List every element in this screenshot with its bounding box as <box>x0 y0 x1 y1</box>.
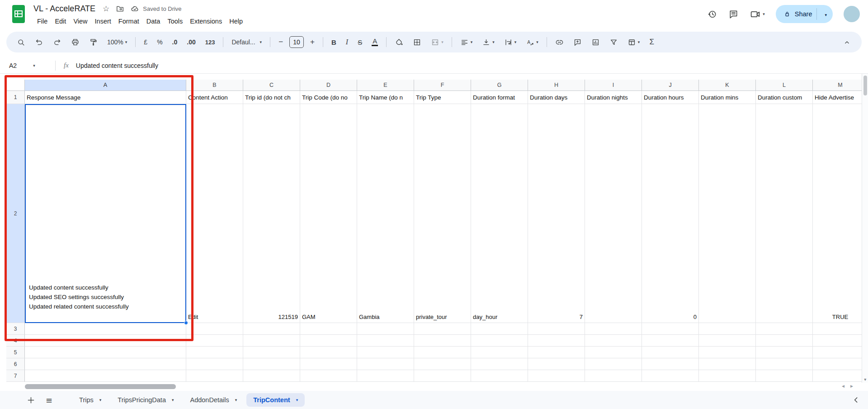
cell-C4[interactable] <box>243 335 300 347</box>
insert-link-button[interactable] <box>551 35 568 49</box>
cell-B4[interactable] <box>186 335 243 347</box>
star-icon[interactable]: ☆ <box>103 4 109 13</box>
cell-M2[interactable]: TRUE <box>813 104 868 323</box>
cell-B5[interactable] <box>186 347 243 358</box>
chevron-down-icon[interactable]: ▾ <box>763 12 765 16</box>
share-options-caret[interactable]: ▾ <box>817 10 833 18</box>
cell-I2[interactable] <box>585 104 642 323</box>
header-cell-I1[interactable]: Duration nights <box>585 91 642 104</box>
cell-M6[interactable] <box>813 358 868 370</box>
font-size-decrease-button[interactable]: − <box>274 35 287 49</box>
cell-L3[interactable] <box>756 323 813 335</box>
cell-J3[interactable] <box>642 323 699 335</box>
row-number-5[interactable]: 5 <box>6 347 25 358</box>
chevron-left-icon[interactable] <box>852 395 861 404</box>
menu-extensions[interactable]: Extensions <box>186 16 226 26</box>
row-number-2[interactable]: 2 <box>6 104 25 323</box>
cell-G6[interactable] <box>471 358 528 370</box>
menu-file[interactable]: File <box>33 16 51 26</box>
header-cell-A1[interactable]: Response Message <box>25 91 186 104</box>
cell-M7[interactable] <box>813 370 868 382</box>
cell-H4[interactable] <box>528 335 585 347</box>
saved-status[interactable]: Saved to Drive <box>143 5 181 12</box>
cell-F2[interactable]: private_tour <box>414 104 471 323</box>
cell-A6[interactable] <box>25 358 186 370</box>
header-cell-M1[interactable]: Hide Advertise <box>813 91 868 104</box>
move-folder-icon[interactable] <box>116 5 124 13</box>
italic-button[interactable]: I <box>342 35 352 49</box>
meet-camera-icon[interactable]: ▾ <box>750 9 765 20</box>
cell-D6[interactable] <box>300 358 357 370</box>
header-cell-F1[interactable]: Trip Type <box>414 91 471 104</box>
more-formats-button[interactable]: 123 <box>201 35 219 49</box>
font-select[interactable]: Defaul...▾ <box>227 35 266 49</box>
menu-format[interactable]: Format <box>115 16 143 26</box>
cell-G2[interactable]: day_hour <box>471 104 528 323</box>
cell-E5[interactable] <box>357 347 414 358</box>
sheet-tab-trips[interactable]: Trips▾ <box>72 393 108 407</box>
cell-M5[interactable] <box>813 347 868 358</box>
cell-L5[interactable] <box>756 347 813 358</box>
cell-E2[interactable]: Gambia <box>357 104 414 323</box>
hide-toolbar-button[interactable] <box>839 35 855 49</box>
cell-C2[interactable]: 121519 <box>243 104 300 323</box>
text-wrap-button[interactable]: ▾ <box>500 35 521 49</box>
row-number-3[interactable]: 3 <box>6 323 25 335</box>
cell-M3[interactable] <box>813 323 868 335</box>
cell-L7[interactable] <box>756 370 813 382</box>
print-button[interactable] <box>67 35 84 49</box>
cell-K4[interactable] <box>699 335 756 347</box>
cell-B7[interactable] <box>186 370 243 382</box>
cell-B6[interactable] <box>186 358 243 370</box>
header-cell-C1[interactable]: Trip id (do not ch <box>243 91 300 104</box>
column-header-K[interactable]: K <box>699 80 756 91</box>
cell-I4[interactable] <box>585 335 642 347</box>
chevron-down-icon[interactable]: ▾ <box>296 398 298 402</box>
cell-K6[interactable] <box>699 358 756 370</box>
merge-cells-button[interactable]: ▾ <box>427 35 448 49</box>
cell-F3[interactable] <box>414 323 471 335</box>
column-header-G[interactable]: G <box>471 80 528 91</box>
paint-format-button[interactable] <box>85 35 102 49</box>
header-cell-E1[interactable]: Trip Name (do n <box>357 91 414 104</box>
column-header-E[interactable]: E <box>357 80 414 91</box>
format-percent-button[interactable]: % <box>153 35 166 49</box>
header-cell-G1[interactable]: Duration format <box>471 91 528 104</box>
cell-G7[interactable] <box>471 370 528 382</box>
avatar[interactable] <box>844 6 860 22</box>
sheet-tab-tripspricingdata[interactable]: TripsPricingData▾ <box>111 393 180 407</box>
decrease-decimal-button[interactable]: .0 <box>168 35 182 49</box>
insert-chart-button[interactable] <box>587 35 604 49</box>
cell-A4[interactable] <box>25 335 186 347</box>
redo-button[interactable] <box>49 35 66 49</box>
header-cell-L1[interactable]: Duration custom <box>756 91 813 104</box>
chevron-down-icon[interactable]: ▾ <box>172 398 174 402</box>
fill-color-button[interactable] <box>391 35 407 49</box>
version-history-icon[interactable] <box>707 9 717 19</box>
vertical-scrollbar-thumb[interactable] <box>863 76 867 95</box>
text-color-button[interactable]: A <box>368 35 382 49</box>
cell-I7[interactable] <box>585 370 642 382</box>
functions-button[interactable]: Σ <box>645 35 658 49</box>
chevron-down-icon[interactable]: ▾ <box>235 398 237 402</box>
row-number-6[interactable]: 6 <box>6 358 25 370</box>
cell-D7[interactable] <box>300 370 357 382</box>
strikethrough-button[interactable]: S <box>354 35 366 49</box>
header-cell-J1[interactable]: Duration hours <box>642 91 699 104</box>
all-sheets-icon[interactable]: ≡ <box>46 395 52 405</box>
sheets-logo-icon[interactable] <box>12 5 25 25</box>
format-currency-button[interactable]: £ <box>140 35 151 49</box>
menu-edit[interactable]: Edit <box>51 16 70 26</box>
document-title[interactable]: VL - AcceleRATE <box>33 4 95 14</box>
cell-I6[interactable] <box>585 358 642 370</box>
header-cell-K1[interactable]: Duration mins <box>699 91 756 104</box>
menu-insert[interactable]: Insert <box>91 16 115 26</box>
menu-help[interactable]: Help <box>226 16 246 26</box>
cell-J2[interactable]: 0 <box>642 104 699 323</box>
row-number-1[interactable]: 1 <box>6 91 25 104</box>
cell-F5[interactable] <box>414 347 471 358</box>
comments-icon[interactable] <box>728 9 739 19</box>
font-size-input[interactable]: 10 <box>289 36 304 48</box>
header-cell-D1[interactable]: Trip Code (do no <box>300 91 357 104</box>
cell-M4[interactable] <box>813 335 868 347</box>
